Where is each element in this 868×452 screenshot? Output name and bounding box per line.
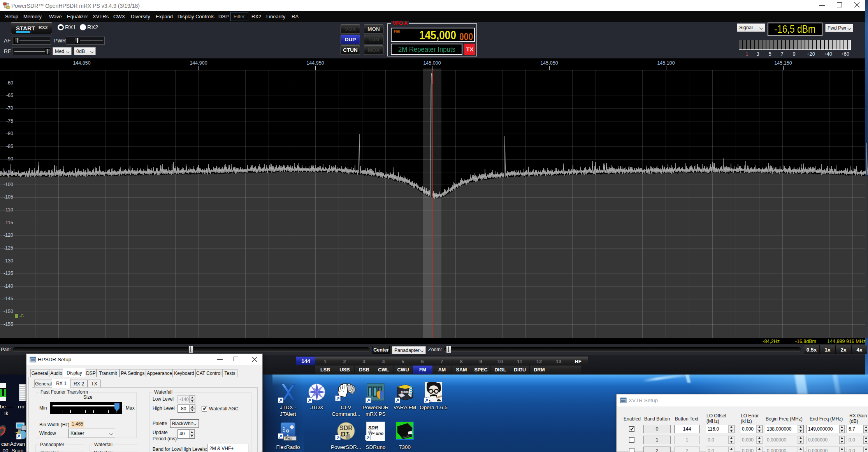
- svg-text:SDR: SDR: [339, 425, 353, 431]
- svg-text:uno: uno: [376, 431, 383, 436]
- svg-text:-G: -G: [19, 314, 24, 318]
- svg-text:Flex: Flex: [285, 436, 292, 440]
- svg-text:SDR: SDR: [368, 425, 378, 431]
